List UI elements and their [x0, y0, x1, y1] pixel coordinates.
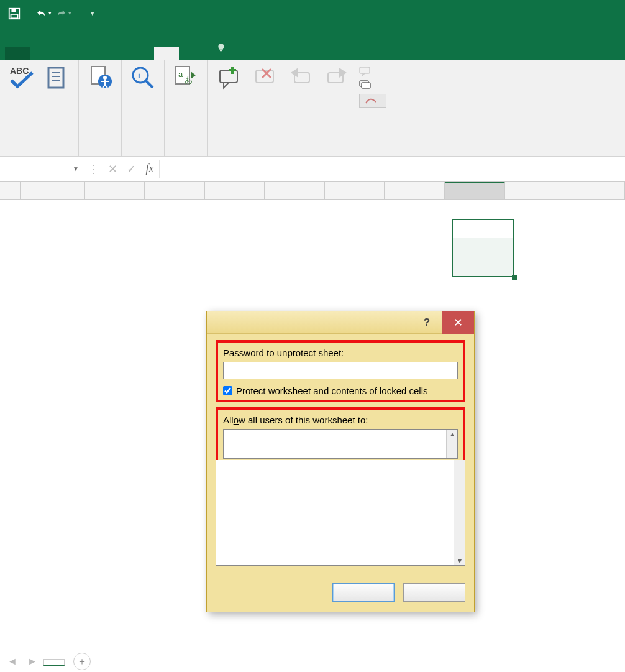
tab-view[interactable]	[179, 47, 204, 60]
thesaurus-icon	[43, 64, 71, 91]
save-icon[interactable]	[6, 6, 22, 22]
col-header-E[interactable]	[265, 182, 324, 199]
thesaurus-button[interactable]	[43, 64, 71, 94]
col-header-H[interactable]	[445, 182, 505, 199]
formula-input[interactable]	[159, 160, 625, 178]
enter-formula-icon[interactable]: ✓	[122, 162, 140, 176]
allow-users-label: Allow all users of this worksheet to:	[223, 415, 458, 425]
password-input[interactable]	[223, 362, 458, 379]
cancel-button[interactable]	[403, 583, 465, 602]
redo-icon[interactable]: ▾	[55, 6, 71, 22]
column-headers	[0, 182, 625, 200]
ribbon: ABC i aあ	[0, 60, 625, 157]
svg-point-10	[103, 76, 107, 80]
show-all-comments-button[interactable]	[359, 80, 490, 90]
check-accessibility-button[interactable]	[86, 64, 114, 94]
formula-bar: ▼ ⋮ ✕ ✓ fx	[0, 157, 625, 182]
smart-lookup-button[interactable]: i	[129, 64, 157, 94]
annotation-box-2: Allow all users of this worksheet to: ▴	[216, 407, 465, 463]
group-insights-label	[129, 151, 157, 154]
col-header-D[interactable]	[205, 182, 265, 199]
tab-review[interactable]	[154, 47, 179, 60]
ok-button[interactable]	[332, 583, 395, 602]
next-comment-button	[323, 64, 350, 94]
svg-rect-4	[48, 68, 63, 88]
lightbulb-icon	[216, 43, 226, 53]
password-label: Password to unprotect sheet:	[223, 348, 458, 358]
svg-rect-23	[362, 83, 370, 88]
ink-icon	[365, 96, 377, 106]
svg-line-12	[146, 81, 153, 88]
group-comments-label	[215, 151, 618, 154]
group-proofing-label	[7, 151, 71, 154]
sheet-tab[interactable]	[43, 659, 65, 666]
tab-data[interactable]	[129, 47, 154, 60]
scrollbar[interactable]: ▴	[446, 430, 457, 458]
col-header-A[interactable]	[21, 182, 84, 199]
tab-formulas[interactable]	[104, 47, 129, 60]
chevron-down-icon[interactable]: ▼	[73, 165, 79, 172]
protect-sheet-dialog: ? ✕ Password to unprotect sheet: Protect…	[206, 311, 475, 612]
col-header-B[interactable]	[85, 182, 145, 199]
group-accessibility-label	[86, 151, 114, 154]
sheet-nav-first-icon[interactable]: ◄	[4, 656, 21, 667]
svg-rect-1	[11, 8, 16, 12]
annotation-box-1: Password to unprotect sheet: Protect wor…	[216, 340, 465, 402]
sheet-nav-last-icon[interactable]: ►	[24, 656, 41, 667]
new-comment-button[interactable]	[215, 64, 242, 94]
svg-rect-2	[11, 14, 18, 17]
svg-text:i: i	[138, 71, 140, 80]
accessibility-icon	[86, 64, 114, 91]
qat-customize-icon[interactable]: ▾	[84, 6, 101, 22]
permissions-listbox-rest[interactable]: ▾	[216, 460, 465, 566]
title-bar: ▾ ▾ ▾	[0, 0, 625, 27]
scroll-up-icon[interactable]: ▴	[450, 430, 454, 438]
dialog-close-button[interactable]: ✕	[442, 311, 474, 334]
fill-handle[interactable]	[512, 275, 517, 280]
comment-icon	[359, 67, 372, 76]
undo-icon[interactable]: ▾	[35, 6, 52, 22]
col-header-J[interactable]	[565, 182, 625, 199]
translate-icon: aあ	[172, 64, 199, 91]
scrollbar-rest[interactable]: ▾	[454, 460, 465, 565]
formula-divider: ⋮	[84, 162, 103, 176]
dialog-help-button[interactable]: ?	[414, 311, 439, 334]
svg-text:a: a	[178, 70, 183, 79]
new-sheet-button[interactable]: ＋	[73, 653, 91, 670]
translate-button[interactable]: aあ	[172, 64, 199, 94]
previous-comment-icon	[287, 64, 314, 91]
next-comment-icon	[323, 64, 350, 91]
show-ink-button[interactable]	[359, 94, 386, 108]
spelling-button[interactable]: ABC	[7, 64, 35, 94]
smart-lookup-icon: i	[129, 64, 157, 91]
select-all-corner[interactable]	[0, 182, 21, 199]
delete-comment-button	[251, 64, 278, 94]
col-header-G[interactable]	[385, 182, 444, 199]
show-hide-comment-button	[359, 67, 490, 76]
comments-icon	[359, 80, 372, 90]
col-header-I[interactable]	[505, 182, 565, 199]
dialog-title-bar[interactable]: ? ✕	[207, 311, 474, 334]
svg-rect-21	[360, 67, 370, 73]
sheet-tab-bar: ◄ ► ＋	[0, 651, 625, 671]
tab-home[interactable]	[30, 47, 55, 60]
scroll-down-icon[interactable]: ▾	[458, 556, 462, 565]
previous-comment-button	[287, 64, 314, 94]
col-header-F[interactable]	[325, 182, 385, 199]
spelling-icon: ABC	[7, 64, 35, 91]
new-comment-icon	[215, 64, 242, 91]
tab-page-layout[interactable]	[80, 47, 104, 60]
insert-function-icon[interactable]: fx	[140, 162, 159, 175]
protect-contents-checkbox[interactable]	[223, 386, 232, 395]
permissions-listbox[interactable]: ▴	[223, 429, 458, 459]
cancel-formula-icon[interactable]: ✕	[103, 162, 122, 176]
tab-insert[interactable]	[55, 47, 80, 60]
svg-point-11	[133, 68, 148, 83]
tab-file[interactable]	[5, 47, 30, 60]
col-header-C[interactable]	[145, 182, 204, 199]
delete-comment-icon	[251, 64, 278, 91]
svg-rect-17	[220, 70, 237, 83]
tell-me-search[interactable]	[204, 37, 242, 60]
name-box[interactable]: ▼	[4, 160, 84, 178]
selection-outline	[452, 219, 514, 277]
